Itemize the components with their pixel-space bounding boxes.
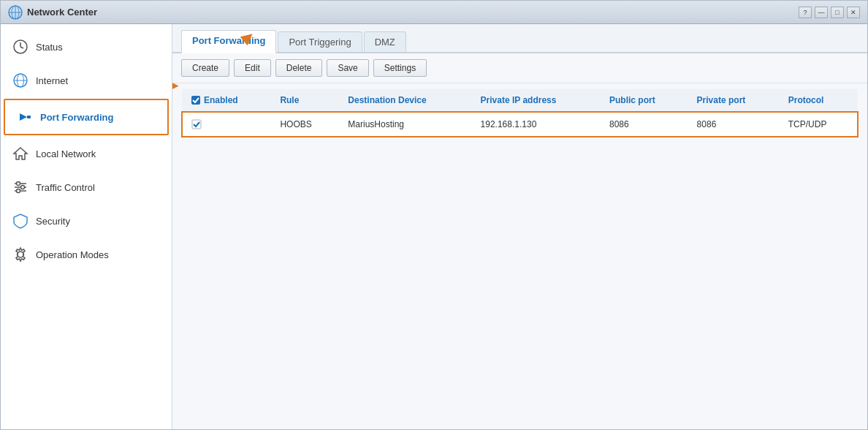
cell-enabled bbox=[182, 112, 271, 137]
svg-marker-10 bbox=[20, 113, 27, 121]
toolbar: Create Edit Delete Save Settings bbox=[172, 53, 867, 83]
svg-rect-11 bbox=[27, 116, 31, 118]
gear-icon bbox=[12, 246, 28, 263]
main-content: ► ► Port Forwarding Port Triggering DMZ … bbox=[172, 24, 867, 429]
port-forwarding-table: Enabled Rule Destination Device Private … bbox=[181, 89, 859, 137]
sidebar-item-internet[interactable]: Internet bbox=[1, 64, 172, 97]
col-header-enabled: Enabled bbox=[182, 89, 271, 112]
cell-public-port: 8086 bbox=[601, 112, 688, 137]
col-header-public-port: Public port bbox=[601, 89, 688, 112]
col-header-protocol: Protocol bbox=[780, 89, 858, 112]
save-button[interactable]: Save bbox=[327, 59, 368, 77]
svg-line-6 bbox=[20, 47, 23, 48]
sidebar-item-port-forwarding[interactable]: Port Forwarding bbox=[4, 99, 169, 135]
cell-rule: HOOBS bbox=[271, 112, 339, 137]
delete-button[interactable]: Delete bbox=[275, 59, 323, 77]
svg-rect-21 bbox=[192, 120, 201, 129]
content-area: Status Internet bbox=[1, 24, 867, 429]
table-header-row: Enabled Rule Destination Device Private … bbox=[182, 89, 858, 112]
table-row[interactable]: HOOBS MariusHosting 192.168.1.130 8086 8… bbox=[182, 112, 858, 137]
col-header-destination: Destination Device bbox=[339, 89, 471, 112]
tab-port-triggering[interactable]: Port Triggering bbox=[278, 31, 362, 52]
col-header-private-ip: Private IP address bbox=[472, 89, 601, 112]
svg-rect-20 bbox=[191, 96, 200, 105]
close-button[interactable]: ✕ bbox=[847, 7, 860, 18]
sidebar-label-port-forwarding: Port Forwarding bbox=[40, 112, 113, 123]
tabs-bar: Port Forwarding Port Triggering DMZ bbox=[172, 24, 867, 53]
col-header-private-port: Private port bbox=[688, 89, 780, 112]
sidebar-item-local-network[interactable]: Local Network bbox=[1, 137, 172, 170]
enabled-check-icon bbox=[191, 95, 201, 105]
window-title: Network Center bbox=[27, 7, 97, 18]
create-button[interactable]: Create bbox=[181, 59, 229, 77]
svg-marker-12 bbox=[14, 148, 27, 159]
sidebar-label-local-network: Local Network bbox=[36, 148, 96, 159]
minimize-button[interactable]: — bbox=[815, 7, 828, 18]
title-bar: Network Center ? — □ ✕ bbox=[1, 1, 867, 24]
arrow-right-icon bbox=[17, 109, 33, 125]
col-header-rule: Rule bbox=[271, 89, 339, 112]
tab-port-forwarding[interactable]: Port Forwarding bbox=[181, 30, 276, 53]
svg-point-17 bbox=[21, 186, 25, 189]
sidebar: Status Internet bbox=[1, 24, 172, 429]
sidebar-label-traffic-control: Traffic Control bbox=[36, 182, 95, 193]
sidebar-label-internet: Internet bbox=[36, 75, 68, 86]
settings-button[interactable]: Settings bbox=[373, 59, 427, 77]
row-check-icon bbox=[191, 119, 202, 129]
svg-point-18 bbox=[17, 189, 20, 193]
main-window: Network Center ? — □ ✕ Status bbox=[0, 0, 868, 430]
shield-icon bbox=[12, 213, 28, 229]
globe-icon bbox=[12, 72, 28, 88]
cell-protocol: TCP/UDP bbox=[780, 112, 858, 137]
sidebar-item-security[interactable]: Security bbox=[1, 204, 172, 238]
edit-button[interactable]: Edit bbox=[234, 59, 271, 77]
sidebar-label-operation-modes: Operation Modes bbox=[36, 249, 109, 260]
sidebar-label-security: Security bbox=[36, 216, 70, 227]
sliders-icon bbox=[12, 179, 28, 195]
clock-icon bbox=[12, 39, 28, 55]
app-icon bbox=[8, 5, 23, 20]
table-area: Enabled Rule Destination Device Private … bbox=[172, 83, 867, 429]
cell-private-port: 8086 bbox=[688, 112, 780, 137]
cell-private-ip: 192.168.1.130 bbox=[472, 112, 601, 137]
cell-destination: MariusHosting bbox=[339, 112, 471, 137]
house-icon bbox=[12, 146, 28, 162]
sidebar-item-traffic-control[interactable]: Traffic Control bbox=[1, 170, 172, 204]
restore-button[interactable]: □ bbox=[831, 7, 844, 18]
tab-dmz[interactable]: DMZ bbox=[364, 31, 406, 52]
svg-point-16 bbox=[17, 182, 20, 186]
sidebar-item-status[interactable]: Status bbox=[1, 30, 172, 64]
sidebar-label-status: Status bbox=[36, 42, 63, 53]
help-button[interactable]: ? bbox=[799, 7, 812, 18]
sidebar-item-operation-modes[interactable]: Operation Modes bbox=[1, 238, 172, 271]
window-controls: ? — □ ✕ bbox=[799, 7, 860, 18]
title-bar-left: Network Center bbox=[8, 5, 97, 20]
